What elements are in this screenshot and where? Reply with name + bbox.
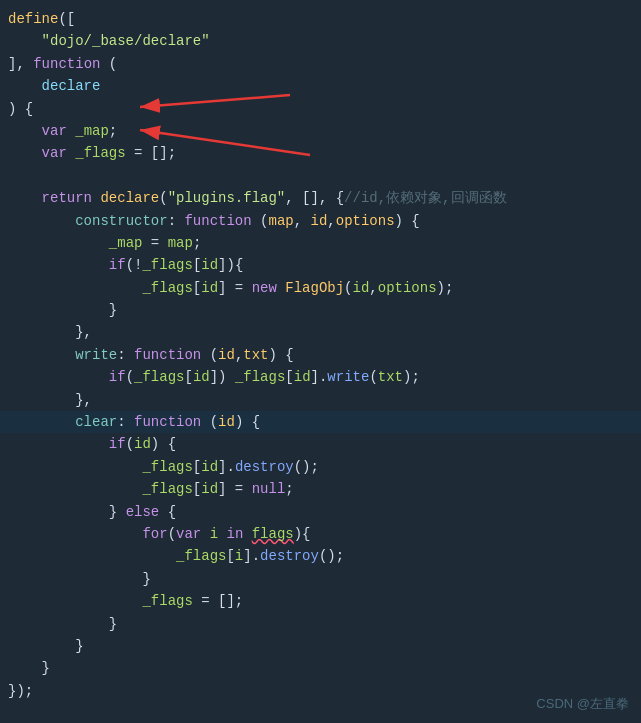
code-line-1: define([ bbox=[0, 8, 641, 30]
line-25-content: _flags[i].destroy(); bbox=[8, 545, 633, 567]
code-line-12: if(!_flags[id]){ bbox=[0, 254, 641, 276]
code-line-10: constructor: function (map, id,options) … bbox=[0, 210, 641, 232]
line-10-content: constructor: function (map, id,options) … bbox=[8, 210, 633, 232]
code-line-8 bbox=[0, 165, 641, 187]
line-17-content: if(_flags[id]) _flags[id].write(txt); bbox=[8, 366, 633, 388]
code-line-20: if(id) { bbox=[0, 433, 641, 455]
line-5-content: ) { bbox=[8, 98, 633, 120]
code-line-6: var _map; bbox=[0, 120, 641, 142]
line-26-content: } bbox=[8, 568, 633, 590]
code-line-4: declare bbox=[0, 75, 641, 97]
line-14-content: } bbox=[8, 299, 633, 321]
line-22-content: _flags[id] = null; bbox=[8, 478, 633, 500]
line-13-content: _flags[id] = new FlagObj(id,options); bbox=[8, 277, 633, 299]
code-line-9: return declare("plugins.flag", [], {//id… bbox=[0, 187, 641, 209]
code-line-29: } bbox=[0, 635, 641, 657]
line-7-content: var _flags = []; bbox=[8, 142, 633, 164]
code-line-2: "dojo/_base/declare" bbox=[0, 30, 641, 52]
code-line-15: }, bbox=[0, 321, 641, 343]
line-2-content: "dojo/_base/declare" bbox=[8, 30, 633, 52]
code-line-23: } else { bbox=[0, 501, 641, 523]
code-line-17: if(_flags[id]) _flags[id].write(txt); bbox=[0, 366, 641, 388]
line-12-content: if(!_flags[id]){ bbox=[8, 254, 633, 276]
code-line-19: clear: function (id) { bbox=[0, 411, 641, 433]
line-3-content: ], function ( bbox=[8, 53, 633, 75]
code-line-25: _flags[i].destroy(); bbox=[0, 545, 641, 567]
code-line-26: } bbox=[0, 568, 641, 590]
line-1-content: define([ bbox=[8, 8, 633, 30]
line-20-content: if(id) { bbox=[8, 433, 633, 455]
code-line-18: }, bbox=[0, 389, 641, 411]
code-line-3: ], function ( bbox=[0, 53, 641, 75]
line-30-content: } bbox=[8, 657, 633, 679]
line-15-content: }, bbox=[8, 321, 633, 343]
code-line-11: _map = map; bbox=[0, 232, 641, 254]
line-6-content: var _map; bbox=[8, 120, 633, 142]
line-19-content: clear: function (id) { bbox=[8, 411, 633, 433]
line-29-content: } bbox=[8, 635, 633, 657]
line-16-content: write: function (id,txt) { bbox=[8, 344, 633, 366]
line-24-content: for(var i in flags){ bbox=[8, 523, 633, 545]
code-line-27: _flags = []; bbox=[0, 590, 641, 612]
line-28-content: } bbox=[8, 613, 633, 635]
code-line-16: write: function (id,txt) { bbox=[0, 344, 641, 366]
line-9-content: return declare("plugins.flag", [], {//id… bbox=[8, 187, 633, 209]
code-line-5: ) { bbox=[0, 98, 641, 120]
line-27-content: _flags = []; bbox=[8, 590, 633, 612]
code-line-22: _flags[id] = null; bbox=[0, 478, 641, 500]
code-line-28: } bbox=[0, 613, 641, 635]
code-editor: define([ "dojo/_base/declare" ], functio… bbox=[0, 0, 641, 723]
watermark: CSDN @左直拳 bbox=[536, 694, 629, 715]
code-line-13: _flags[id] = new FlagObj(id,options); bbox=[0, 277, 641, 299]
line-18-content: }, bbox=[8, 389, 633, 411]
line-11-content: _map = map; bbox=[8, 232, 633, 254]
code-line-24: for(var i in flags){ bbox=[0, 523, 641, 545]
code-line-14: } bbox=[0, 299, 641, 321]
line-4-content: declare bbox=[8, 75, 633, 97]
code-line-21: _flags[id].destroy(); bbox=[0, 456, 641, 478]
code-line-7: var _flags = []; bbox=[0, 142, 641, 164]
line-23-content: } else { bbox=[8, 501, 633, 523]
line-21-content: _flags[id].destroy(); bbox=[8, 456, 633, 478]
code-line-30: } bbox=[0, 657, 641, 679]
